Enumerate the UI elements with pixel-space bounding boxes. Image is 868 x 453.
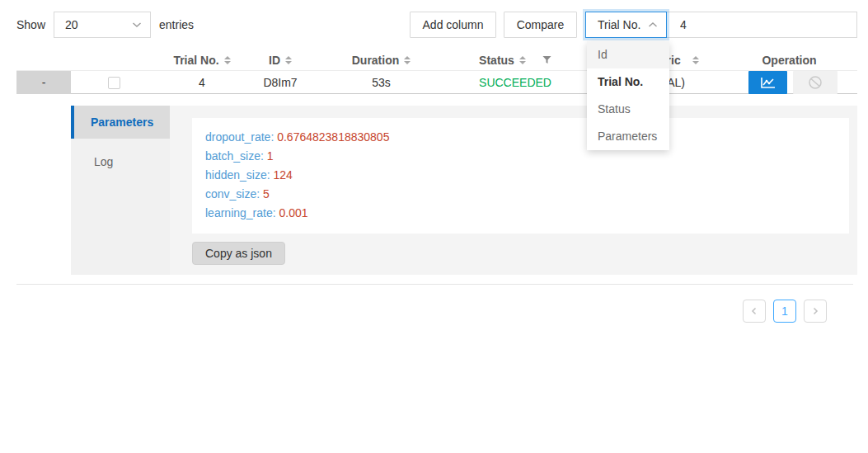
add-column-button[interactable]: Add column (410, 12, 496, 38)
no-entry-icon (808, 75, 823, 90)
next-page-button[interactable] (804, 300, 827, 323)
search-field-value: Trial No. (598, 18, 640, 31)
header-duration[interactable]: Duration (313, 50, 449, 70)
param-key: dropout_rate (205, 130, 270, 144)
row-trial-no: 4 (157, 71, 247, 94)
chevron-right-icon (811, 307, 819, 315)
tab-log[interactable]: Log (71, 145, 170, 178)
table-row: - 4 D8Im7 53s SUCCEEDED (FINAL) (16, 71, 857, 94)
dropdown-option-status[interactable]: Status (587, 96, 669, 123)
page-size-select[interactable]: 20 (54, 12, 151, 38)
parameters-card: dropout_rate: 0.6764823818830805 batch_s… (192, 118, 849, 234)
chevron-up-icon (648, 21, 658, 28)
param-key: conv_size (205, 187, 256, 201)
header-status[interactable]: Status (449, 50, 581, 70)
detail-content: dropout_rate: 0.6764823818830805 batch_s… (170, 106, 857, 275)
row-status: SUCCEEDED (449, 71, 581, 94)
line-chart-icon (760, 77, 777, 89)
show-label: Show (16, 18, 45, 31)
header-checkbox (71, 50, 157, 70)
search-field-dropdown: Id Trial No. Status Parameters (587, 41, 669, 150)
param-line: batch_size: 1 (205, 147, 836, 166)
intermediate-result-button[interactable] (748, 71, 787, 94)
table-bottom-divider (16, 284, 853, 285)
row-expand-toggle[interactable]: - (16, 71, 71, 94)
dropdown-option-parameters[interactable]: Parameters (587, 123, 669, 150)
param-key: learning_rate (205, 206, 273, 219)
sort-icon[interactable] (404, 56, 411, 64)
param-value: 1 (267, 149, 274, 163)
page-size-control: Show 20 entries (16, 12, 194, 38)
chevron-down-icon (132, 21, 142, 28)
param-key: hidden_size (205, 168, 267, 182)
param-line: learning_rate: 0.001 (205, 204, 836, 223)
search-bar: Trial No. (585, 12, 857, 38)
param-value: 0.6764823818830805 (277, 130, 389, 144)
tab-parameters[interactable]: Parameters (71, 106, 170, 139)
param-value: 5 (263, 187, 270, 201)
copy-as-json-button[interactable]: Copy as json (192, 242, 285, 265)
search-field-select[interactable]: Trial No. (585, 12, 667, 38)
sort-icon[interactable] (285, 56, 292, 64)
param-line: conv_size: 5 (205, 185, 836, 204)
search-input[interactable] (675, 12, 855, 37)
page-1-button[interactable]: 1 (773, 300, 796, 323)
page-size-value: 20 (65, 18, 78, 31)
param-key: batch_size (205, 149, 260, 163)
sort-icon[interactable] (692, 56, 699, 64)
header-trial-no[interactable]: Trial No. (157, 50, 247, 70)
row-operation-cell (721, 71, 857, 94)
pagination: 1 (743, 300, 827, 323)
header-expand (16, 50, 71, 70)
prev-page-button[interactable] (743, 300, 766, 323)
param-value: 124 (274, 168, 293, 182)
row-checkbox[interactable] (108, 77, 120, 89)
sort-icon[interactable] (519, 56, 526, 64)
trials-detail-page: Show 20 entries Add column Compare Trial… (0, 0, 868, 453)
dropdown-option-id[interactable]: Id (587, 41, 669, 68)
chevron-left-icon (750, 307, 758, 315)
table-header: Trial No. ID Duration Status Default met… (16, 50, 857, 71)
entries-label: entries (159, 18, 194, 31)
param-line: hidden_size: 124 (205, 166, 836, 185)
filter-icon[interactable] (542, 55, 551, 64)
row-duration: 53s (313, 71, 449, 94)
header-operation: Operation (721, 50, 857, 70)
param-value: 0.001 (279, 206, 308, 219)
trial-detail-panel: Parameters Log dropout_rate: 0.676482381… (71, 106, 857, 275)
row-checkbox-cell (71, 71, 157, 94)
dropdown-option-trial-no[interactable]: Trial No. (587, 68, 669, 96)
sort-icon[interactable] (224, 56, 231, 64)
header-id[interactable]: ID (247, 50, 313, 70)
compare-button[interactable]: Compare (504, 12, 577, 38)
kill-trial-button[interactable] (793, 71, 838, 94)
detail-tab-column: Parameters Log (71, 106, 170, 275)
param-line: dropout_rate: 0.6764823818830805 (205, 128, 836, 147)
row-id: D8Im7 (247, 71, 313, 94)
